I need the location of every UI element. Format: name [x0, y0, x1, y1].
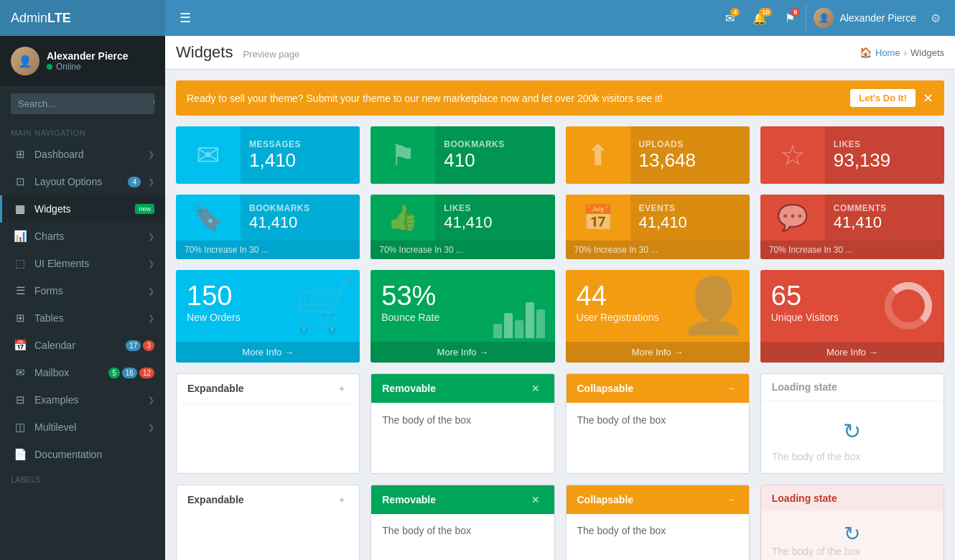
stat-sub-bookmarks2: 70% Increase In 30 ... [176, 241, 360, 259]
stats-row-2: 🔖 BOOKMARKS 41,410 70% Increase In 30 ..… [176, 195, 944, 259]
chevron-right-icon: ❯ [148, 314, 154, 323]
stat-value-likes: 93,139 [834, 149, 936, 172]
box-title-removable-1: Removable [382, 383, 436, 394]
box-title-collapsable-2: Collapsable [577, 494, 634, 505]
breadcrumb-separator: › [904, 47, 907, 58]
flags-badge: 9 [791, 8, 800, 17]
notifications-button[interactable]: 🔔 10 [745, 8, 774, 29]
box-header-collapsable-2: Collapsable − [567, 485, 749, 514]
box-header-expandable-1: Expandable + [177, 374, 359, 403]
toggle-sidebar-button[interactable]: ☰ [176, 6, 195, 29]
forms-icon: ☰ [13, 284, 27, 297]
stat-card-likes2: 👍 LIKES 41,410 70% Increase In 30 ... [371, 195, 554, 259]
sidebar-item-label: Dashboard [34, 149, 141, 160]
collapse-button-2[interactable]: − [725, 493, 738, 507]
sidebar-item-label: Examples [34, 394, 141, 406]
sidebar-item-tables[interactable]: ⊞ Tables ❯ [0, 304, 165, 332]
stat-value-uploads: 13,648 [639, 149, 741, 172]
chevron-right-icon: ❯ [148, 232, 154, 241]
loading-spinner-1: ↻ [772, 411, 933, 451]
calendar-badge-blue: 17 [126, 340, 141, 351]
nav-section-title: MAIN NAVIGATION [0, 121, 165, 141]
progress-cards-row: 150 New Orders 🛒 More Info → [176, 270, 944, 363]
stat-info-bookmarks: BOOKMARKS 410 [435, 126, 554, 184]
users-chart: 👤 [678, 270, 750, 342]
sidebar-item-widgets[interactable]: ▦ Widgets new [0, 195, 165, 223]
bounce-more-info[interactable]: More Info → [371, 342, 554, 363]
status-text: Online [56, 62, 81, 72]
sidebar-item-multilevel[interactable]: ◫ Multilevel ❯ [0, 414, 165, 441]
sidebar-item-mailbox[interactable]: ✉ Mailbox 5 16 12 [0, 359, 165, 386]
sidebar-item-ui[interactable]: ⬚ UI Elements ❯ [0, 250, 165, 277]
box-title-expandable-1: Expandable [187, 383, 244, 394]
home-icon: 🏠 [860, 47, 872, 58]
sidebar-item-forms[interactable]: ☰ Forms ❯ [0, 277, 165, 304]
documentation-icon: 📄 [13, 448, 27, 461]
orders-content: 150 New Orders [176, 270, 288, 342]
stat-info-uploads: UPLOADS 13,648 [630, 126, 750, 184]
sidebar-item-examples[interactable]: ⊟ Examples ❯ [0, 386, 165, 414]
boxes-row-1: Expandable + Removable ✕ The body of t [176, 373, 944, 474]
remove-button-2[interactable]: ✕ [528, 493, 544, 507]
orders-chart: 🛒 [288, 270, 360, 342]
orders-more-info[interactable]: More Info → [176, 342, 360, 363]
expand-button-1[interactable]: + [335, 381, 348, 396]
sidebar-item-documentation[interactable]: 📄 Documentation [0, 441, 165, 468]
box-collapsable-2: Collapsable − The body of the box [566, 485, 750, 560]
stat-card-likes: ☆ LIKES 93,139 [760, 126, 944, 184]
users-more-info[interactable]: More Info → [566, 342, 750, 363]
box-header-removable-2: Removable ✕ [371, 485, 554, 514]
stat-label-events: EVENTS [639, 203, 741, 213]
stat-card-bookmarks: ⚑ BOOKMARKS 410 [371, 126, 554, 184]
user-avatar: 👤 [11, 47, 39, 75]
stat-info-messages: MESSAGES 1,410 [241, 126, 360, 184]
sidebar-brand: AdminLTE [0, 0, 165, 36]
remove-button-1[interactable]: ✕ [528, 381, 544, 396]
alert-action-button[interactable]: Let's Do It! [850, 89, 916, 107]
main-content: ☰ ✉ 4 🔔 10 ⚑ 9 👤 Alexander Pierce [165, 0, 955, 560]
settings-button[interactable]: ⚙ [927, 8, 944, 29]
widgets-icon: ▦ [13, 202, 27, 215]
box-body-removable-1: The body of the box [371, 403, 554, 437]
box-header-loading-2: Loading state [761, 485, 944, 511]
alert-close-button[interactable]: ✕ [923, 90, 933, 106]
box-title-loading-2: Loading state [772, 493, 837, 504]
page-title: Widgets [176, 43, 233, 61]
stat-info-events: EVENTS 41,410 [630, 195, 750, 241]
box-header-expandable-2: Expandable + [177, 485, 359, 514]
sidebar-item-charts[interactable]: 📊 Charts ❯ [0, 223, 165, 250]
alert-text: Ready to sell your theme? Submit your th… [187, 93, 839, 104]
sidebar-item-layout[interactable]: ⊡ Layout Options 4 ❯ [0, 168, 165, 195]
box-expandable-1: Expandable + [176, 373, 360, 474]
chevron-right-icon: ❯ [148, 259, 154, 269]
expand-button-2[interactable]: + [335, 493, 348, 507]
user-menu[interactable]: 👤 Alexander Pierce [806, 4, 923, 32]
refresh-icon-2: ↻ [844, 522, 860, 546]
box-tools-collapsable-1: − [725, 381, 738, 396]
stat-value-comments: 41,410 [834, 213, 936, 232]
sidebar-item-calendar[interactable]: 📅 Calendar 17 3 [0, 332, 165, 359]
cart-icon: 🛒 [293, 276, 355, 335]
search-input[interactable] [11, 93, 146, 114]
breadcrumb: 🏠 Home › Widgets [860, 47, 944, 58]
breadcrumb-home-link[interactable]: Home [875, 47, 900, 58]
stat-card-uploads: ⬆ UPLOADS 13,648 [566, 126, 750, 184]
box-body-removable-2: The body of the box [371, 514, 554, 547]
content-area: Widgets Preview page 🏠 Home › Widgets Re… [165, 36, 955, 560]
collapse-button-1[interactable]: − [725, 381, 738, 396]
flags-button[interactable]: ⚑ 9 [778, 8, 802, 29]
box-expandable-2: Expandable + [176, 485, 360, 560]
stat-label-uploads: UPLOADS [639, 139, 741, 149]
search-button[interactable]: 🔍 [146, 93, 154, 114]
stat-icon-likes: ☆ [760, 126, 825, 184]
ui-icon: ⬚ [13, 257, 27, 270]
stat-label-likes2: LIKES [444, 203, 546, 213]
visitors-more-info[interactable]: More Info → [760, 342, 944, 363]
page-title-area: Widgets Preview page [176, 43, 299, 62]
mail-button[interactable]: ✉ 4 [718, 8, 742, 29]
box-body-collapsable-2: The body of the box [567, 514, 749, 547]
sidebar-item-dashboard[interactable]: ⊞ Dashboard ❯ [0, 141, 165, 168]
calendar-badges: 17 3 [126, 340, 154, 351]
examples-icon: ⊟ [13, 393, 27, 406]
sidebar-item-label: Calendar [34, 340, 118, 351]
